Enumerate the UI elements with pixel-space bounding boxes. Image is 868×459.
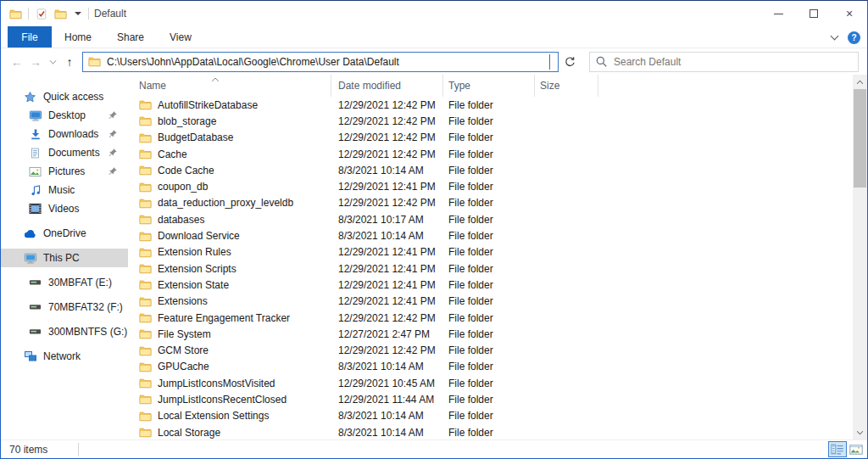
file-name: Code Cache — [158, 165, 214, 176]
table-row[interactable]: GCM Store12/29/2021 12:42 PMFile folder — [128, 342, 853, 358]
table-row[interactable]: Local Storage8/3/2021 10:14 AMFile folde… — [128, 424, 853, 439]
file-name: blob_storage — [158, 115, 216, 127]
table-row[interactable]: Code Cache8/3/2021 10:14 AMFile folder — [128, 162, 853, 178]
table-row[interactable]: blob_storage12/29/2021 12:42 PMFile fold… — [128, 113, 853, 129]
sidebar-item-desktop[interactable]: Desktop — [1, 106, 128, 125]
folder-icon — [139, 182, 152, 193]
tab-view[interactable]: View — [157, 26, 204, 48]
items-count: 70 items — [9, 444, 47, 456]
navigation-pane: Quick accessDesktopDownloadsDocumentsPic… — [1, 75, 128, 439]
maximize-button[interactable] — [796, 1, 832, 26]
folder-icon — [139, 312, 152, 323]
table-row[interactable]: JumpListIconsRecentClosed12/29/2021 11:4… — [128, 391, 853, 407]
music-icon — [28, 183, 42, 197]
search-input[interactable] — [614, 56, 853, 68]
sidebar-item-label: 70MBFAT32 (F:) — [48, 301, 123, 313]
separator — [88, 8, 89, 20]
file-date-modified: 12/29/2021 12:42 PM — [331, 344, 443, 356]
folder-icon — [139, 247, 152, 258]
table-row[interactable]: Extension Rules12/29/2021 12:41 PMFile f… — [128, 244, 853, 260]
status-bar: 70 items — [1, 439, 867, 458]
table-row[interactable]: Extension Scripts12/29/2021 12:41 PMFile… — [128, 260, 853, 277]
sidebar-item-documents[interactable]: Documents — [1, 143, 128, 162]
tab-share[interactable]: Share — [104, 26, 157, 48]
sidebar-item-label: Downloads — [48, 128, 98, 140]
column-header-name[interactable]: Name — [128, 75, 331, 97]
table-row[interactable]: Extension State12/29/2021 12:41 PMFile f… — [128, 277, 853, 293]
folder-icon — [139, 99, 152, 110]
column-header-label: Date modified — [338, 80, 401, 92]
new-folder-icon[interactable] — [53, 7, 68, 20]
minimize-button[interactable] — [760, 1, 796, 26]
file-name: databases — [158, 214, 204, 226]
file-date-modified: 12/29/2021 12:41 PM — [331, 295, 443, 307]
sidebar-item-pictures[interactable]: Pictures — [1, 162, 128, 181]
sidebar-item-label: Music — [48, 184, 75, 196]
qat-dropdown-icon[interactable] — [75, 12, 81, 15]
folder-icon — [139, 296, 152, 307]
file-name: JumpListIconsRecentClosed — [158, 394, 287, 406]
sidebar-item-music[interactable]: Music — [1, 181, 128, 199]
file-type: File folder — [443, 148, 535, 160]
table-row[interactable]: AutofillStrikeDatabase12/29/2021 12:42 P… — [128, 97, 853, 113]
file-date-modified: 8/3/2021 10:14 AM — [331, 165, 443, 176]
sidebar-item-network[interactable]: Network — [1, 347, 128, 366]
column-header-date-modified[interactable]: Date modified — [331, 75, 443, 97]
sidebar-item-videos[interactable]: Videos — [1, 199, 128, 218]
sidebar-item-300mbntfs-g[interactable]: 300MBNTFS (G:) — [1, 322, 128, 341]
vertical-scrollbar[interactable] — [853, 75, 867, 439]
table-row[interactable]: Extensions12/29/2021 12:41 PMFile folder — [128, 294, 853, 310]
file-date-modified: 12/29/2021 10:45 AM — [331, 378, 443, 389]
table-row[interactable]: data_reduction_proxy_leveldb12/29/2021 1… — [128, 195, 853, 211]
sidebar-item-30mbfat-e[interactable]: 30MBFAT (E:) — [1, 273, 128, 292]
search-icon — [595, 55, 610, 69]
scrollbar-thumb[interactable] — [854, 89, 866, 188]
ribbon-tab-row: File Home Share View ? — [1, 26, 867, 48]
search-box[interactable] — [589, 52, 859, 72]
recent-locations-icon[interactable] — [45, 60, 60, 64]
table-row[interactable]: Download Service8/3/2021 10:14 AMFile fo… — [128, 227, 853, 243]
file-date-modified: 12/29/2021 12:42 PM — [331, 99, 443, 111]
table-row[interactable]: File System12/27/2021 2:47 PMFile folder — [128, 326, 853, 342]
sidebar-item-70mbfat32-f[interactable]: 70MBFAT32 (F:) — [1, 298, 128, 316]
table-row[interactable]: Cache12/29/2021 12:42 PMFile folder — [128, 146, 853, 162]
forward-button[interactable]: → — [26, 52, 45, 72]
column-header-label: Size — [540, 80, 559, 92]
back-button[interactable]: ← — [8, 52, 26, 72]
address-dropdown-icon[interactable] — [547, 54, 553, 70]
tab-file[interactable]: File — [8, 26, 52, 48]
file-name: Local Extension Settings — [158, 410, 269, 422]
table-row[interactable]: GPUCache8/3/2021 10:14 AMFile folder — [128, 359, 853, 375]
address-path[interactable]: C:\Users\John\AppData\Local\Google\Chrom… — [107, 56, 547, 68]
file-type: File folder — [443, 328, 535, 340]
sidebar-item-onedrive[interactable]: OneDrive — [1, 224, 128, 243]
thumbnail-view-button[interactable] — [847, 441, 865, 457]
sidebar-item-quick-access[interactable]: Quick access — [1, 87, 128, 106]
details-view-button[interactable] — [828, 441, 847, 457]
sidebar-item-this-pc[interactable]: This PC — [1, 249, 128, 267]
close-button[interactable]: × — [832, 1, 867, 26]
table-row[interactable]: databases8/3/2021 10:17 AMFile folder — [128, 211, 853, 227]
table-row[interactable]: BudgetDatabase12/29/2021 12:42 PMFile fo… — [128, 130, 853, 146]
sidebar-item-label: This PC — [43, 252, 80, 264]
sidebar-item-downloads[interactable]: Downloads — [1, 125, 128, 143]
column-header-type[interactable]: Type — [443, 75, 535, 97]
file-date-modified: 8/3/2021 10:14 AM — [331, 361, 443, 372]
help-icon[interactable]: ? — [848, 31, 860, 44]
drive-icon — [28, 325, 42, 339]
scroll-up-icon[interactable] — [853, 75, 867, 89]
refresh-button[interactable] — [559, 52, 581, 72]
table-row[interactable]: Feature Engagement Tracker12/29/2021 12:… — [128, 310, 853, 326]
address-bar[interactable]: C:\Users\John\AppData\Local\Google\Chrom… — [82, 52, 559, 72]
sidebar-item-label: Documents — [48, 147, 100, 159]
column-header-size[interactable]: Size — [535, 75, 598, 97]
table-row[interactable]: coupon_db12/29/2021 12:41 PMFile folder — [128, 178, 853, 194]
table-row[interactable]: JumpListIconsMostVisited12/29/2021 10:45… — [128, 375, 853, 391]
tab-home[interactable]: Home — [52, 26, 104, 48]
properties-icon[interactable] — [34, 7, 48, 20]
up-button[interactable]: ↑ — [60, 52, 79, 72]
scroll-down-icon[interactable] — [853, 425, 867, 439]
drive-icon — [28, 300, 42, 314]
expand-ribbon-icon[interactable] — [831, 32, 839, 41]
table-row[interactable]: Local Extension Settings8/3/2021 10:14 A… — [128, 408, 853, 424]
